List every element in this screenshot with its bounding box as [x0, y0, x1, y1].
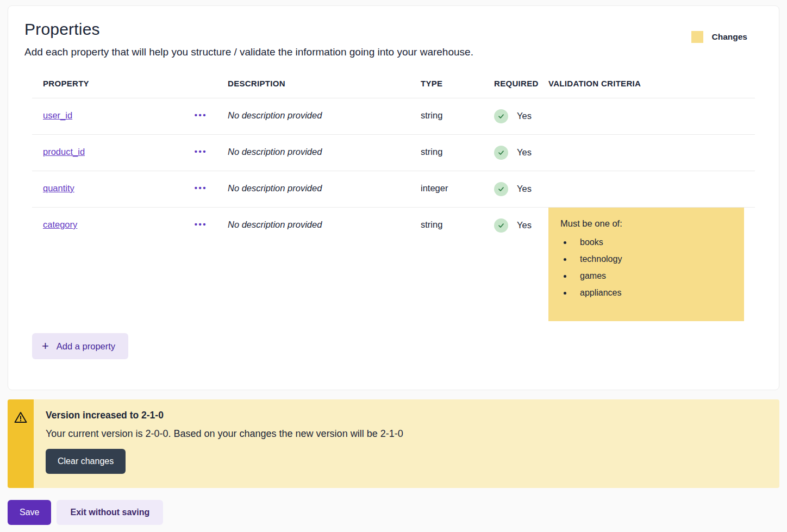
validation-option: appliances — [572, 288, 734, 298]
validation-option: games — [572, 271, 734, 281]
property-cell: category ••• — [43, 208, 228, 321]
validation-option: technology — [572, 254, 734, 264]
banner-title: Version increased to 2-1-0 — [46, 410, 766, 421]
required-cell: Yes — [494, 208, 548, 321]
required-value: Yes — [517, 182, 532, 194]
required-cell: Yes — [494, 98, 548, 134]
check-icon — [494, 146, 508, 160]
banner-accent-strip — [8, 399, 34, 488]
type-cell: string — [421, 135, 494, 171]
column-header-property: Property — [43, 79, 228, 88]
column-header-validation: Validation criteria — [548, 79, 744, 88]
required-cell: Yes — [494, 135, 548, 171]
changes-legend-label: Changes — [712, 32, 747, 42]
description-cell: No description provided — [228, 98, 421, 134]
column-header-type: Type — [421, 79, 494, 88]
type-cell: integer — [421, 171, 494, 207]
exit-without-saving-button[interactable]: Exit without saving — [57, 500, 163, 525]
footer-actions: Save Exit without saving — [8, 500, 779, 525]
required-value: Yes — [517, 218, 532, 230]
page-title: Properties — [24, 20, 473, 39]
card-header-text: Properties Add each property that will h… — [24, 20, 473, 58]
banner-text: Your current version is 2-0-0. Based on … — [46, 428, 766, 440]
row-menu-icon[interactable]: ••• — [195, 147, 207, 171]
property-link[interactable]: product_id — [43, 147, 85, 171]
column-header-required: Required — [494, 79, 548, 88]
banner-content: Version increased to 2-1-0 Your current … — [34, 399, 779, 488]
changes-legend: Changes — [691, 31, 747, 43]
check-icon — [494, 109, 508, 123]
validation-cell — [548, 135, 744, 171]
check-icon — [494, 182, 508, 196]
card-header: Properties Add each property that will h… — [24, 20, 763, 58]
property-link[interactable]: user_id — [43, 110, 72, 134]
table-row: category ••• No description provided str… — [32, 207, 755, 321]
validation-criteria-box: Must be one of: books technology games a… — [548, 208, 744, 321]
property-cell: user_id ••• — [43, 98, 228, 134]
description-cell: No description provided — [228, 208, 421, 321]
changes-swatch-icon — [691, 31, 703, 43]
row-menu-icon[interactable]: ••• — [195, 183, 207, 207]
row-menu-icon[interactable]: ••• — [195, 220, 207, 321]
check-icon — [494, 218, 508, 233]
validation-cell — [548, 98, 744, 134]
property-cell: product_id ••• — [43, 135, 228, 171]
clear-changes-button[interactable]: Clear changes — [46, 449, 126, 474]
required-value: Yes — [517, 109, 532, 121]
property-link[interactable]: category — [43, 220, 77, 321]
validation-cell — [548, 171, 744, 207]
table-row: user_id ••• No description provided stri… — [32, 98, 755, 134]
type-cell: string — [421, 98, 494, 134]
page-subtitle: Add each property that will help you str… — [24, 46, 473, 58]
type-cell: string — [421, 208, 494, 321]
description-cell: No description provided — [228, 135, 421, 171]
add-property-button[interactable]: + Add a property — [32, 333, 128, 359]
table-row: product_id ••• No description provided s… — [32, 134, 755, 171]
table-row: quantity ••• No description provided int… — [32, 171, 755, 207]
table-header-row: Property Description Type Required Valid… — [32, 79, 755, 98]
properties-card: Properties Add each property that will h… — [8, 5, 779, 390]
page: Properties Add each property that will h… — [0, 0, 787, 525]
add-property-label: Add a property — [57, 341, 115, 352]
validation-cell: Must be one of: books technology games a… — [548, 208, 744, 321]
property-link[interactable]: quantity — [43, 183, 74, 207]
required-value: Yes — [517, 146, 532, 158]
required-cell: Yes — [494, 171, 548, 207]
description-cell: No description provided — [228, 171, 421, 207]
validation-intro: Must be one of: — [560, 218, 734, 229]
row-menu-icon[interactable]: ••• — [195, 110, 207, 134]
validation-option: books — [572, 237, 734, 247]
properties-table: Property Description Type Required Valid… — [24, 79, 763, 321]
column-header-description: Description — [228, 79, 421, 88]
version-warning-banner: Version increased to 2-1-0 Your current … — [8, 399, 779, 488]
plus-icon: + — [42, 340, 49, 352]
property-cell: quantity ••• — [43, 171, 228, 207]
warning-triangle-icon — [14, 411, 28, 488]
validation-options-list: books technology games appliances — [572, 237, 734, 298]
save-button[interactable]: Save — [8, 500, 51, 525]
